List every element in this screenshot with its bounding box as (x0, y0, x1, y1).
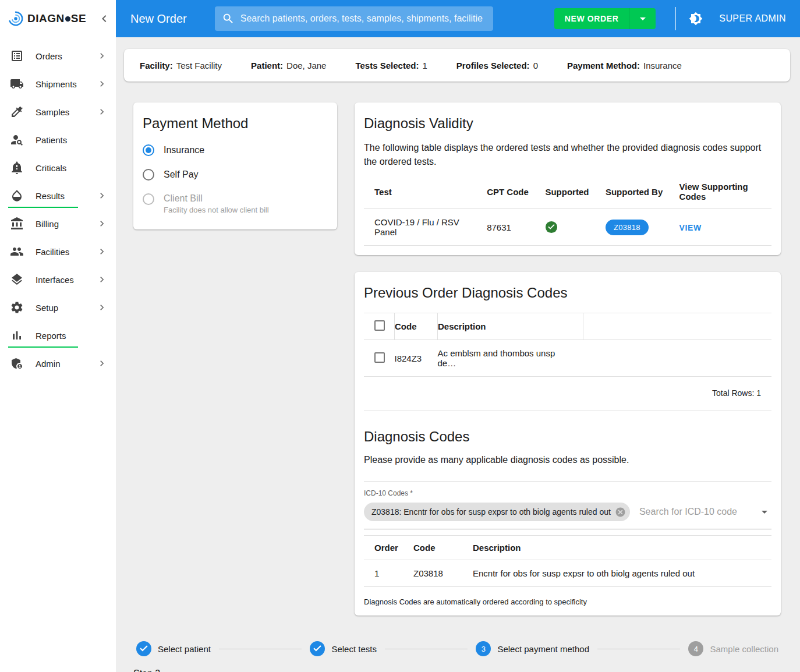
sidebar-item-label: Setup (36, 303, 58, 313)
icd10-select-field[interactable]: Z03818: Encntr for obs for susp expsr to… (364, 503, 771, 529)
radio-option-client-bill: Client Bill Facility does not allow clie… (143, 193, 328, 214)
radio-disabled-icon (143, 193, 154, 205)
sidebar-item-criticals[interactable]: Criticals (0, 154, 116, 182)
sidebar-item-label: Admin (36, 359, 61, 369)
step-check-icon (310, 641, 325, 656)
previous-code-row: I824Z3 Ac emblsm and thombos unsp de… (364, 340, 771, 377)
new-order-dropdown-button[interactable] (629, 8, 656, 29)
sidebar-item-results[interactable]: Results (0, 182, 116, 210)
step-select-patient[interactable]: Select patient (136, 641, 211, 656)
description-cell: Ac emblsm and thombos unsp de… (438, 340, 583, 377)
select-all-header-cell (364, 313, 395, 340)
column-header-order: Order (364, 536, 413, 560)
global-search[interactable] (215, 6, 493, 31)
column-header-supported: Supported (545, 175, 605, 209)
diagnosis-codes-card: Previous Order Diagnosis Codes Code Desc… (355, 272, 781, 616)
theme-toggle-button[interactable] (689, 12, 703, 26)
stepper: Select patient Select tests 3 Select pay… (136, 641, 778, 656)
search-input[interactable] (240, 13, 486, 24)
chevron-right-icon (96, 106, 108, 118)
orders-icon (10, 49, 24, 63)
ordered-codes-table: Order Code Description 1 Z03818 Encntr f… (364, 535, 771, 587)
chip-remove-icon[interactable] (615, 507, 626, 518)
radio-label: Client Bill (164, 193, 203, 203)
dropdown-arrow-icon[interactable] (757, 505, 771, 519)
summary-tests-selected: Tests Selected:1 (355, 61, 427, 70)
sidebar-item-label: Results (36, 191, 65, 201)
step-select-tests[interactable]: Select tests (310, 641, 377, 656)
sidebar-item-orders[interactable]: Orders (0, 42, 116, 70)
diagnosis-validity-description: The following table displays the ordered… (364, 141, 771, 169)
row-checkbox[interactable] (374, 352, 385, 363)
summary-profiles-selected: Profiles Selected:0 (456, 61, 538, 70)
chevron-right-icon (96, 358, 108, 369)
radio-unselected-icon[interactable] (143, 169, 154, 181)
step-check-icon (136, 641, 151, 656)
step-label: Select payment method (497, 644, 589, 654)
step-label: Select tests (331, 644, 377, 654)
radio-selected-icon[interactable] (143, 144, 154, 156)
user-menu[interactable]: SUPER ADMIN (719, 13, 786, 24)
chevron-right-icon (96, 50, 108, 62)
diagnosis-validity-title: Diagnosis Validity (364, 115, 771, 132)
sidebar-collapse-button[interactable] (97, 12, 111, 26)
sidebar-item-label: Facilities (36, 247, 69, 257)
sidebar-item-interfaces[interactable]: Interfaces (0, 266, 116, 293)
sidebar-item-reports[interactable]: Reports (0, 321, 116, 349)
validity-table: Test CPT Code Supported Supported By Vie… (364, 175, 771, 246)
step-label: Sample collection (710, 644, 778, 654)
chevron-right-icon (96, 78, 108, 90)
view-supporting-codes-link[interactable]: VIEW (679, 223, 702, 232)
content-area: Facility:Test Facility Patient:Doe, Jane… (116, 37, 800, 672)
billing-icon (10, 217, 24, 231)
chevron-right-icon (96, 302, 108, 313)
radio-option-insurance[interactable]: Insurance (143, 144, 328, 156)
icd10-search-placeholder: Search for ICD-10 code (639, 507, 737, 517)
radio-label: Insurance (164, 145, 204, 155)
summary-patient: Patient:Doe, Jane (251, 61, 326, 70)
step-connector (385, 649, 468, 649)
step-sample-collection[interactable]: 4 Sample collection (688, 641, 778, 656)
sidebar-item-samples[interactable]: Samples (0, 98, 116, 126)
step-label: Select patient (158, 644, 211, 654)
order-summary-bar: Facility:Test Facility Patient:Doe, Jane… (124, 49, 790, 82)
brand-dot-icon (65, 16, 70, 22)
sidebar-item-facilities[interactable]: Facilities (0, 238, 116, 266)
sidebar-item-label: Interfaces (36, 275, 74, 285)
sidebar-item-label: Billing (36, 219, 59, 229)
table-footer: Total Rows: 1 (364, 377, 771, 411)
validity-table-row: COVID-19 / Flu / RSV Panel 87631 Z03818 (364, 209, 771, 246)
step-connector (219, 649, 302, 649)
step-select-payment-method[interactable]: 3 Select payment method (476, 641, 589, 656)
chip-label: Z03818: Encntr for obs for susp expsr to… (371, 507, 611, 517)
icd10-field-label: ICD-10 Codes * (364, 489, 771, 497)
field-separator (364, 481, 771, 482)
step-connector (597, 649, 680, 649)
code-cell: Z03818 (413, 560, 473, 587)
total-rows-label: Total Rows: 1 (712, 388, 761, 398)
setup-icon (10, 300, 24, 314)
interfaces-icon (10, 273, 24, 287)
sidebar-item-shipments[interactable]: Shipments (0, 70, 116, 98)
sidebar-item-admin[interactable]: Admin (0, 349, 116, 377)
supported-by-chip[interactable]: Z03818 (606, 220, 649, 235)
chevron-right-icon (96, 190, 108, 201)
column-header-supported-by: Supported By (606, 175, 679, 209)
icd10-code-chip[interactable]: Z03818: Encntr for obs for susp expsr to… (364, 503, 630, 521)
diagnosis-codes-title: Diagnosis Codes (364, 429, 771, 445)
column-header-description: Description (473, 536, 771, 560)
sidebar-item-billing[interactable]: Billing (0, 210, 116, 238)
new-order-split-button: NEW ORDER (554, 8, 656, 29)
sidebar-item-label: Orders (36, 51, 62, 61)
chevron-left-icon (97, 12, 111, 26)
select-all-checkbox[interactable] (374, 320, 385, 331)
reports-icon (10, 328, 24, 342)
column-header-empty (583, 313, 772, 340)
sidebar-item-setup[interactable]: Setup (0, 293, 116, 321)
step-caption: Step 3 (133, 669, 790, 672)
sidebar-item-patients[interactable]: Patients (0, 126, 116, 154)
brand-logo-icon (7, 10, 24, 27)
radio-option-self-pay[interactable]: Self Pay (143, 169, 328, 181)
sidebar-item-label: Samples (36, 107, 69, 117)
new-order-button[interactable]: NEW ORDER (554, 8, 629, 29)
